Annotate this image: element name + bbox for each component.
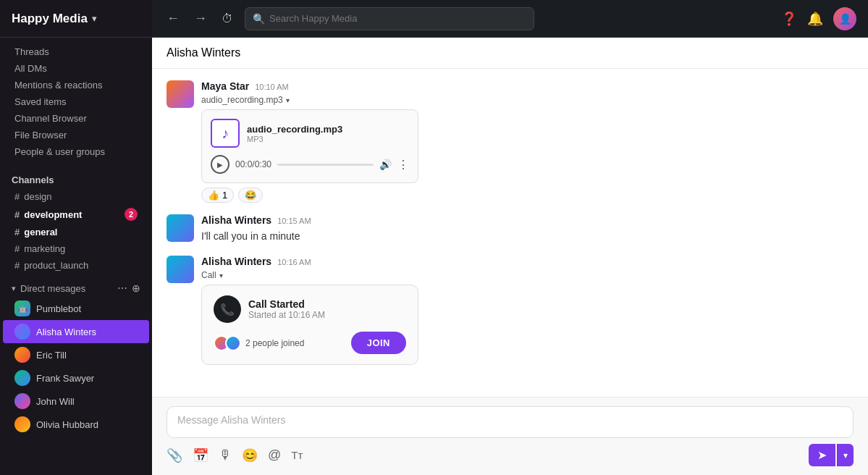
audio-filename: audio_recording.mp3 xyxy=(247,124,342,135)
search-box[interactable]: 🔍 xyxy=(245,7,534,30)
messages-list: Maya Star 10:10 AM audio_recording.mp3 ▾… xyxy=(152,69,868,397)
reactions-1: 👍 1 😂 xyxy=(201,188,854,203)
input-area: Message Alisha Winters 📎 📅 🎙 😊 @ Tт ➤ ▾ xyxy=(152,397,868,475)
call-title: Call Started xyxy=(248,298,325,310)
msg-meta-3: Alisha Winters 10:16 AM xyxy=(201,256,854,267)
participants-count: 2 people joined xyxy=(245,338,304,348)
call-footer: 2 people joined JOIN xyxy=(214,332,406,354)
input-toolbar: 📎 📅 🎙 😊 @ Tт ➤ ▾ xyxy=(167,444,854,466)
channel-design[interactable]: #design xyxy=(3,188,149,205)
msg-body-2: Alisha Winters 10:15 AM I'll call you in… xyxy=(201,214,854,244)
msg-body-1: Maya Star 10:10 AM audio_recording.mp3 ▾… xyxy=(201,80,854,203)
forward-button[interactable]: → xyxy=(191,8,210,29)
dm-header-actions: ⋯ ⊕ xyxy=(117,282,140,294)
call-card: 📞 Call Started Started at 10:16 AM xyxy=(201,285,418,365)
channels-section-label: Channels xyxy=(0,166,152,188)
audio-progress-bar[interactable] xyxy=(277,164,374,166)
sidebar-item-mentions[interactable]: Mentions & reactions xyxy=(3,77,149,93)
sidebar-item-file-browser[interactable]: File Browser xyxy=(3,127,149,143)
sidebar-item-all-dms[interactable]: All DMs xyxy=(3,60,149,77)
audio-more-icon[interactable]: ⋮ xyxy=(397,158,409,172)
attachment-chevron: ▾ xyxy=(286,96,290,104)
user-avatar[interactable]: 👤 xyxy=(833,7,856,30)
dm-section: ▾ Direct mesages ⋯ ⊕ 🤖 Pumblebot Alisha … xyxy=(0,274,152,442)
settings-icon[interactable]: 🔔 xyxy=(807,11,823,27)
channel-marketing[interactable]: #marketing xyxy=(3,240,149,257)
channels-list: #design #development2 #general #marketin… xyxy=(0,188,152,274)
audio-time: 00:0/0:30 xyxy=(235,159,271,169)
participant-2 xyxy=(225,335,241,351)
call-info: Call Started Started at 10:16 AM xyxy=(248,298,325,320)
workspace-title: Happy Media xyxy=(12,12,88,26)
avatar-pumblebot: 🤖 xyxy=(14,300,30,316)
dm-section-label: Direct mesages xyxy=(20,283,114,294)
help-icon[interactable]: ❓ xyxy=(781,11,797,27)
volume-icon[interactable]: 🔊 xyxy=(379,159,392,170)
sidebar-header[interactable]: Happy Media ▾ xyxy=(0,0,152,38)
avatar-alisha-msg3 xyxy=(167,256,194,283)
calendar-button[interactable]: 📅 xyxy=(193,447,208,463)
call-chevron: ▾ xyxy=(219,272,223,279)
call-started-time: Started at 10:16 AM xyxy=(248,310,325,320)
mention-button[interactable]: @ xyxy=(268,447,281,463)
audio-card: ♪ audio_recording.mp3 mp3 ▶ 00:0/0:30 🔊 … xyxy=(201,109,418,183)
dm-more-icon[interactable]: ⋯ xyxy=(117,282,127,294)
message-3: Alisha Winters 10:16 AM Call ▾ 📞 Call St… xyxy=(167,256,854,365)
msg-body-3: Alisha Winters 10:16 AM Call ▾ 📞 Call St… xyxy=(201,256,854,365)
audio-file-details: audio_recording.mp3 mp3 xyxy=(247,124,342,143)
dev-badge: 2 xyxy=(125,208,138,221)
dm-item-frank-sawyer[interactable]: Frank Sawyer xyxy=(3,366,149,390)
chat-title: Alisha Winters xyxy=(167,46,240,59)
channel-development[interactable]: #development2 xyxy=(3,205,149,224)
call-phone-icon: 📞 xyxy=(214,295,241,323)
sidebar-item-threads[interactable]: Threads xyxy=(3,43,149,60)
channel-product-launch[interactable]: #product_launch xyxy=(3,257,149,274)
reaction-laugh[interactable]: 😂 xyxy=(238,188,263,203)
dm-add-icon[interactable]: ⊕ xyxy=(132,282,140,294)
avatar-alisha-dm xyxy=(14,324,30,340)
sidebar: Happy Media ▾ Threads All DMs Mentions &… xyxy=(0,0,152,475)
emoji-button[interactable]: 😊 xyxy=(242,447,258,463)
send-button[interactable]: ➤ xyxy=(809,444,835,466)
audio-file-info: ♪ audio_recording.mp3 mp3 xyxy=(211,119,409,148)
avatar-eric xyxy=(14,347,30,363)
thumbsup-emoji: 👍 xyxy=(208,190,219,201)
sidebar-item-channel-browser[interactable]: Channel Browser xyxy=(3,110,149,127)
reaction-thumbsup[interactable]: 👍 1 xyxy=(201,188,234,203)
dm-item-alisha-winters[interactable]: Alisha Winters xyxy=(3,320,149,343)
format-button[interactable]: Tт xyxy=(291,449,303,461)
back-button[interactable]: ← xyxy=(164,8,182,29)
sidebar-item-saved[interactable]: Saved items xyxy=(3,93,149,110)
msg-meta-1: Maya Star 10:10 AM xyxy=(201,80,854,92)
audio-file-icon: ♪ xyxy=(211,119,240,148)
dm-item-john-will[interactable]: John Will xyxy=(3,390,149,413)
channel-general[interactable]: #general xyxy=(3,224,149,240)
play-button[interactable]: ▶ xyxy=(211,155,229,174)
participant-avatars xyxy=(214,335,241,351)
msg-meta-2: Alisha Winters 10:15 AM xyxy=(201,214,854,226)
main-panel: ← → ⏱ 🔍 ❓ 🔔 👤 Alisha Winters Maya Star 1… xyxy=(152,0,868,475)
send-area: ➤ ▾ xyxy=(809,444,854,466)
chat-header: Alisha Winters xyxy=(152,38,868,69)
avatar-frank xyxy=(14,370,30,386)
join-call-button[interactable]: JOIN xyxy=(351,332,406,354)
msg-time-2: 10:15 AM xyxy=(277,217,311,225)
dm-item-eric-till[interactable]: Eric Till xyxy=(3,343,149,366)
sidebar-item-people[interactable]: People & user groups xyxy=(3,143,149,160)
msg-text-2: I'll call you in a minute xyxy=(201,229,854,244)
dm-section-header[interactable]: ▾ Direct mesages ⋯ ⊕ xyxy=(0,279,152,297)
send-dropdown-button[interactable]: ▾ xyxy=(837,444,854,466)
history-button[interactable]: ⏱ xyxy=(219,9,236,28)
workspace-chevron: ▾ xyxy=(92,13,97,24)
topbar-right: ❓ 🔔 👤 xyxy=(781,7,856,30)
attach-file-button[interactable]: 📎 xyxy=(167,447,182,463)
search-input[interactable] xyxy=(269,13,526,24)
avatar-maya xyxy=(167,80,194,108)
attachment-label: audio_recording.mp3 ▾ xyxy=(201,95,854,105)
message-2: Alisha Winters 10:15 AM I'll call you in… xyxy=(167,214,854,244)
audio-filetype: mp3 xyxy=(247,135,342,143)
microphone-button[interactable]: 🎙 xyxy=(219,447,232,463)
message-input[interactable]: Message Alisha Winters xyxy=(167,406,854,438)
dm-item-pumblebot[interactable]: 🤖 Pumblebot xyxy=(3,297,149,320)
dm-item-olivia-hubbard[interactable]: Olivia Hubbard xyxy=(3,413,149,436)
